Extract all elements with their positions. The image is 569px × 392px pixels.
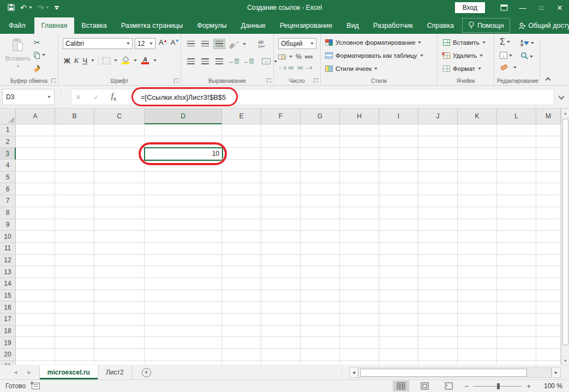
cell-F3[interactable] bbox=[261, 148, 301, 160]
align-middle-button[interactable] bbox=[200, 39, 211, 49]
cell-M10[interactable] bbox=[536, 231, 561, 243]
cell-D3[interactable]: 10 bbox=[145, 148, 222, 160]
orientation-icon[interactable]: ab→ bbox=[227, 38, 240, 50]
cell-G10[interactable] bbox=[301, 231, 340, 243]
zoom-in-icon[interactable]: + bbox=[526, 382, 531, 390]
horizontal-scroll-thumb[interactable] bbox=[360, 369, 527, 377]
cell-E12[interactable] bbox=[222, 255, 261, 267]
name-box[interactable]: D3 bbox=[2, 89, 55, 105]
cell-A6[interactable] bbox=[16, 183, 55, 195]
cell-J8[interactable] bbox=[418, 207, 458, 219]
cell-H18[interactable] bbox=[340, 325, 379, 337]
row-header-20[interactable]: 20 bbox=[0, 349, 16, 361]
cell-E20[interactable] bbox=[222, 349, 261, 361]
cell-E2[interactable] bbox=[222, 136, 261, 148]
cell-E18[interactable] bbox=[222, 325, 261, 337]
close-button[interactable]: ✕ bbox=[550, 0, 569, 15]
cell-A13[interactable] bbox=[16, 266, 55, 278]
cell-G6[interactable] bbox=[301, 183, 340, 195]
cell-F12[interactable] bbox=[261, 255, 301, 267]
page-break-view-icon[interactable] bbox=[441, 381, 457, 391]
cell-H8[interactable] bbox=[340, 207, 379, 219]
comma-format-icon[interactable]: 000 bbox=[305, 55, 313, 59]
zoom-level[interactable]: 100 % bbox=[538, 382, 562, 390]
format-as-table-button[interactable]: Форматировать как таблицу bbox=[325, 52, 423, 59]
cell-B10[interactable] bbox=[55, 231, 94, 243]
cell-F19[interactable] bbox=[261, 337, 301, 349]
cell-A4[interactable] bbox=[16, 160, 55, 172]
cell-D7[interactable] bbox=[145, 195, 222, 207]
cell-J5[interactable] bbox=[418, 172, 458, 184]
cell-I15[interactable] bbox=[379, 290, 418, 302]
cell-G1[interactable] bbox=[301, 124, 340, 136]
cell-A20[interactable] bbox=[16, 349, 55, 361]
cell-M2[interactable] bbox=[536, 136, 561, 148]
cell-B13[interactable] bbox=[55, 266, 94, 278]
cell-M17[interactable] bbox=[536, 313, 561, 325]
cell-E5[interactable] bbox=[222, 172, 261, 184]
delete-cells-button[interactable]: ✕ Удалить bbox=[443, 52, 483, 59]
save-icon[interactable] bbox=[8, 4, 15, 12]
cell-B1[interactable] bbox=[55, 124, 94, 136]
font-color-icon[interactable]: А bbox=[141, 57, 149, 64]
cell-M12[interactable] bbox=[536, 255, 561, 267]
cell-K9[interactable] bbox=[458, 219, 497, 231]
cell-K20[interactable] bbox=[458, 349, 497, 361]
cell-K1[interactable] bbox=[458, 124, 497, 136]
cell-A11[interactable] bbox=[16, 243, 55, 255]
cell-D13[interactable] bbox=[145, 266, 222, 278]
cell-L8[interactable] bbox=[497, 207, 536, 219]
row-header-6[interactable]: 6 bbox=[0, 183, 16, 195]
cell-G19[interactable] bbox=[301, 337, 340, 349]
column-header-K[interactable]: K bbox=[458, 108, 497, 124]
row-header-18[interactable]: 18 bbox=[0, 325, 16, 337]
cell-G15[interactable] bbox=[301, 290, 340, 302]
cell-I1[interactable] bbox=[379, 124, 418, 136]
cell-I16[interactable] bbox=[379, 301, 418, 313]
borders-dropdown-icon[interactable] bbox=[114, 59, 117, 62]
cell-I4[interactable] bbox=[379, 160, 418, 172]
sign-in-button[interactable]: Вход bbox=[455, 2, 485, 13]
scroll-right-icon[interactable]: ► bbox=[552, 367, 561, 378]
cell-A16[interactable] bbox=[16, 301, 55, 313]
cell-B20[interactable] bbox=[55, 349, 94, 361]
cell-M11[interactable] bbox=[536, 243, 561, 255]
cell-L6[interactable] bbox=[497, 183, 536, 195]
cell-H9[interactable] bbox=[340, 219, 379, 231]
cell-E16[interactable] bbox=[222, 301, 261, 313]
cell-H6[interactable] bbox=[340, 183, 379, 195]
cell-C15[interactable] bbox=[94, 290, 145, 302]
undo-icon[interactable]: ↶ bbox=[20, 4, 27, 11]
cell-J17[interactable] bbox=[418, 313, 458, 325]
cell-H19[interactable] bbox=[340, 337, 379, 349]
cell-F1[interactable] bbox=[261, 124, 301, 136]
row-header-14[interactable]: 14 bbox=[0, 278, 16, 290]
underline-dropdown-icon[interactable] bbox=[91, 59, 94, 62]
row-header-4[interactable]: 4 bbox=[0, 160, 16, 172]
maximize-button[interactable]: □ bbox=[532, 0, 550, 15]
scroll-down-icon[interactable]: ▼ bbox=[561, 356, 569, 365]
cell-J9[interactable] bbox=[418, 219, 458, 231]
cell-M5[interactable] bbox=[536, 172, 561, 184]
cell-A3[interactable] bbox=[16, 148, 55, 160]
tab-рецензирование[interactable]: Рецензирование bbox=[273, 17, 340, 34]
cell-K14[interactable] bbox=[458, 278, 497, 290]
cell-F2[interactable] bbox=[261, 136, 301, 148]
cell-L12[interactable] bbox=[497, 255, 536, 267]
cell-M3[interactable] bbox=[536, 148, 561, 160]
column-header-L[interactable]: L bbox=[497, 108, 536, 124]
align-left-button[interactable] bbox=[185, 57, 196, 66]
cell-J4[interactable] bbox=[418, 160, 458, 172]
name-box-dropdown-icon[interactable] bbox=[47, 96, 51, 98]
cell-M7[interactable] bbox=[536, 195, 561, 207]
cell-I9[interactable] bbox=[379, 219, 418, 231]
currency-format-icon[interactable] bbox=[278, 55, 286, 59]
percent-format-icon[interactable]: % bbox=[296, 53, 302, 61]
new-sheet-icon[interactable]: + bbox=[142, 368, 151, 377]
cell-B19[interactable] bbox=[55, 337, 94, 349]
decrease-font-icon[interactable]: А▼ bbox=[171, 38, 179, 46]
cell-F15[interactable] bbox=[261, 290, 301, 302]
tab-вставка[interactable]: Вставка bbox=[74, 17, 113, 34]
fill-button[interactable]: ↓ bbox=[500, 52, 512, 59]
cell-L4[interactable] bbox=[497, 160, 536, 172]
